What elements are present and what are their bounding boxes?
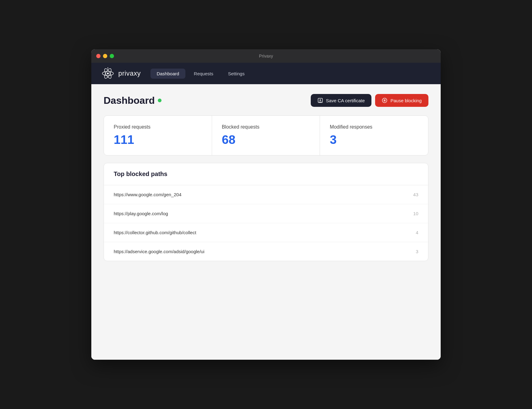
section-title: Top blocked paths	[114, 171, 418, 178]
stat-proxied-label: Proxied requests	[114, 124, 202, 130]
logo: privaxy	[101, 67, 141, 80]
svg-rect-9	[385, 99, 386, 102]
stat-modified-value: 3	[330, 133, 418, 147]
path-count: 10	[413, 211, 418, 216]
app-window: Privaxy privaxy Dashboard Requests Setti…	[91, 49, 441, 360]
save-cert-icon	[317, 98, 323, 103]
status-dot	[158, 99, 162, 102]
path-url: https://play.google.com/log	[114, 211, 168, 216]
save-ca-certificate-button[interactable]: Save CA certificate	[311, 94, 372, 107]
path-item: https://play.google.com/log 10	[104, 204, 428, 223]
navbar: privaxy Dashboard Requests Settings	[91, 63, 441, 84]
path-item: https://www.google.com/gen_204 43	[104, 185, 428, 204]
path-count: 43	[413, 192, 418, 197]
stat-blocked-requests: Blocked requests 68	[212, 116, 320, 155]
dashboard-header: Dashboard Save CA certificate	[104, 94, 428, 107]
svg-rect-8	[384, 99, 385, 102]
path-item: https://collector.github.com/github/coll…	[104, 223, 428, 242]
nav-dashboard[interactable]: Dashboard	[150, 69, 185, 79]
path-url: https://adservice.google.com/adsid/googl…	[114, 249, 204, 254]
stat-blocked-label: Blocked requests	[222, 124, 310, 130]
minimize-button[interactable]	[103, 54, 107, 58]
blocked-paths-section: Top blocked paths https://www.google.com…	[104, 163, 428, 261]
save-cert-label: Save CA certificate	[326, 98, 365, 103]
stat-blocked-value: 68	[222, 133, 310, 147]
pause-icon	[382, 98, 387, 103]
pause-blocking-button[interactable]: Pause blocking	[375, 94, 428, 107]
path-url: https://collector.github.com/github/coll…	[114, 230, 196, 235]
traffic-lights	[96, 54, 114, 58]
stat-proxied-value: 111	[114, 133, 202, 147]
path-url: https://www.google.com/gen_204	[114, 192, 181, 197]
nav-settings[interactable]: Settings	[222, 69, 251, 79]
page-title: Dashboard	[104, 95, 155, 106]
window-title: Privaxy	[259, 54, 273, 58]
path-item: https://adservice.google.com/adsid/googl…	[104, 242, 428, 261]
logo-text: privaxy	[118, 69, 141, 77]
stats-row: Proxied requests 111 Blocked requests 68…	[104, 115, 428, 156]
header-buttons: Save CA certificate Pause blocking	[311, 94, 428, 107]
dashboard-title-row: Dashboard	[104, 95, 162, 106]
svg-point-3	[107, 73, 109, 74]
logo-icon	[101, 67, 115, 80]
path-count: 4	[416, 230, 418, 235]
title-bar: Privaxy	[91, 49, 441, 63]
svg-point-7	[382, 98, 387, 103]
main-content: Dashboard Save CA certificate	[91, 84, 441, 360]
stat-modified-label: Modified responses	[330, 124, 418, 130]
pause-blocking-label: Pause blocking	[390, 98, 422, 103]
section-header: Top blocked paths	[104, 163, 428, 185]
maximize-button[interactable]	[110, 54, 114, 58]
path-count: 3	[416, 249, 418, 254]
stat-modified-responses: Modified responses 3	[320, 116, 428, 155]
path-list: https://www.google.com/gen_204 43 https:…	[104, 185, 428, 261]
nav-requests[interactable]: Requests	[188, 69, 219, 79]
stat-proxied-requests: Proxied requests 111	[104, 116, 212, 155]
close-button[interactable]	[96, 54, 101, 58]
